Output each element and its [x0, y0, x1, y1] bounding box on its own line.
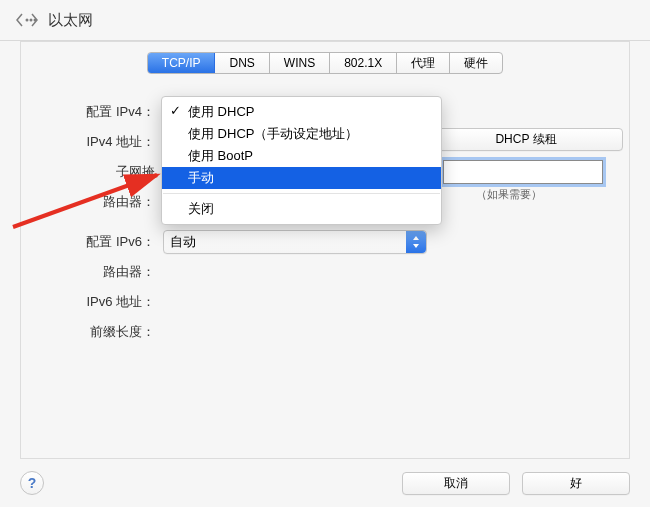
tab-wins[interactable]: WINS [270, 53, 330, 73]
back-icon[interactable] [16, 13, 38, 27]
tab-8021x[interactable]: 802.1X [330, 53, 397, 73]
ipv6-config-select[interactable]: 自动 [163, 230, 427, 254]
label-configure-ipv4: 配置 IPv4： [55, 103, 155, 121]
tab-bar: TCP/IP DNS WINS 802.1X 代理 硬件 [21, 52, 629, 74]
window-title: 以太网 [48, 11, 93, 30]
chevron-updown-icon [406, 231, 426, 253]
footer: ? 取消 好 [0, 459, 650, 507]
dropdown-item-dhcp[interactable]: 使用 DHCP [162, 101, 441, 123]
label-ipv4-address: IPv4 地址： [55, 133, 155, 151]
label-router-v4: 路由器： [55, 193, 155, 211]
ipv6-config-value: 自动 [170, 233, 196, 251]
dropdown-item-bootp[interactable]: 使用 BootP [162, 145, 441, 167]
svg-point-0 [26, 19, 29, 22]
content-pane: TCP/IP DNS WINS 802.1X 代理 硬件 配置 IPv4： IP… [20, 41, 630, 459]
label-subnet-mask: 子网掩 [55, 163, 155, 181]
svg-point-1 [30, 19, 33, 22]
right-column: DHCP 续租 [429, 128, 623, 151]
dropdown-item-manual[interactable]: 手动 [162, 167, 441, 189]
dhcp-renew-button[interactable]: DHCP 续租 [429, 128, 623, 151]
dhcp-client-id-input[interactable] [443, 160, 603, 184]
label-router-v6: 路由器： [55, 263, 155, 281]
help-button[interactable]: ? [20, 471, 44, 495]
ipv4-config-dropdown[interactable]: 使用 DHCP 使用 DHCP（手动设定地址） 使用 BootP 手动 关闭 [161, 96, 442, 225]
client-id-hint: （如果需要） [476, 187, 542, 202]
label-prefix-length: 前缀长度： [55, 323, 155, 341]
label-ipv6-address: IPv6 地址： [55, 293, 155, 311]
network-settings-window: 以太网 TCP/IP DNS WINS 802.1X 代理 硬件 配置 IPv4… [0, 0, 650, 507]
dropdown-item-off[interactable]: 关闭 [162, 198, 441, 220]
titlebar: 以太网 [0, 0, 650, 41]
label-configure-ipv6: 配置 IPv6： [55, 233, 155, 251]
tab-dns[interactable]: DNS [215, 53, 269, 73]
tab-proxy[interactable]: 代理 [397, 53, 450, 73]
ok-button[interactable]: 好 [522, 472, 630, 495]
dropdown-separator [163, 193, 440, 194]
dropdown-item-dhcp-manual[interactable]: 使用 DHCP（手动设定地址） [162, 123, 441, 145]
tab-tcpip[interactable]: TCP/IP [148, 53, 216, 73]
cancel-button[interactable]: 取消 [402, 472, 510, 495]
tab-hardware[interactable]: 硬件 [450, 53, 502, 73]
